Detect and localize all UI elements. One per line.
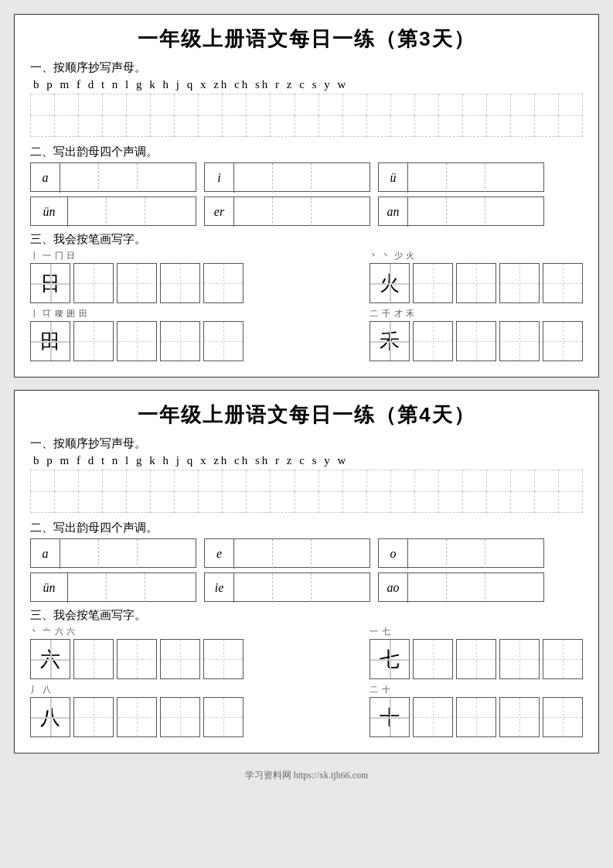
vowel-er-c4[interactable]	[312, 197, 350, 227]
vowel-an-c4[interactable]	[485, 197, 524, 227]
char-box-ri-4[interactable]	[203, 263, 243, 303]
pgc	[222, 491, 246, 513]
phonics-grid-row1	[30, 94, 583, 115]
char-box-shi-4[interactable]	[543, 697, 583, 737]
vowel-un-d4-c3[interactable]	[107, 573, 145, 603]
vowel-un-c4[interactable]	[145, 197, 184, 227]
vowel-er-c2[interactable]	[234, 197, 273, 227]
vowel-ao-d4-c4[interactable]	[485, 573, 524, 603]
vowel-a-d4-c2[interactable]	[60, 539, 99, 569]
stroke-hint-shi: 二 十	[370, 684, 391, 695]
char-col-he: 二 千 才 禾 禾	[370, 308, 583, 361]
vowel-ie-d4-c3[interactable]	[273, 573, 312, 603]
char-box-ba-1[interactable]	[73, 697, 114, 737]
char-box-huo-3[interactable]	[499, 263, 540, 303]
pgc	[174, 115, 198, 137]
pgc	[78, 470, 102, 491]
char-box-liu-3[interactable]	[160, 639, 200, 679]
char-box-qi-1[interactable]	[413, 639, 453, 679]
pgc	[318, 115, 342, 137]
vowel-u-c3[interactable]	[447, 163, 485, 193]
char-box-huo-2[interactable]	[456, 263, 496, 303]
vowel-i-c3[interactable]	[273, 163, 312, 193]
vowel-e-d4-c3[interactable]	[273, 539, 312, 569]
char-box-he-4[interactable]	[543, 321, 583, 361]
char-box-ba-3[interactable]	[160, 697, 200, 737]
vowel-e-d4-c2[interactable]	[234, 539, 273, 569]
vowel-i-c2[interactable]	[234, 163, 273, 193]
char-box-tian-2[interactable]	[117, 321, 157, 361]
vowel-un-c2[interactable]	[68, 197, 107, 227]
section3-label-day4: 三、我会按笔画写字。	[30, 608, 583, 623]
phonetic-letters-day4: b p m f d t n l g k h j q x zh ch sh r z…	[30, 454, 583, 467]
vowel-e-d4-c4[interactable]	[312, 539, 350, 569]
vowel-o-d4-c3[interactable]	[447, 539, 485, 569]
vowel-group-ao-d4: ao	[378, 572, 544, 602]
vowel-o-d4-c4[interactable]	[485, 539, 524, 569]
char-box-shi-1[interactable]	[413, 697, 453, 737]
char-col-shi: 二 十 十	[370, 684, 583, 737]
char-box-huo-4[interactable]	[543, 263, 583, 303]
char-box-ri-1[interactable]	[73, 263, 114, 303]
pgc	[222, 115, 246, 137]
vowel-o-d4-c2[interactable]	[408, 539, 447, 569]
pgc	[366, 470, 390, 491]
vowel-er-c3[interactable]	[273, 197, 312, 227]
char-box-he-3[interactable]	[499, 321, 540, 361]
char-box-shi-3[interactable]	[499, 697, 540, 737]
vowel-a-c2[interactable]	[60, 163, 99, 193]
vowel-a-d4-c3[interactable]	[99, 539, 138, 569]
char-boxes-huo: 火	[370, 263, 583, 303]
char-box-shi-2[interactable]	[456, 697, 496, 737]
pgc	[246, 491, 270, 513]
vowel-ao-d4-c3[interactable]	[447, 573, 485, 603]
vowel-a-c4[interactable]	[138, 163, 176, 193]
vowel-group-ie-d4: ie	[204, 572, 370, 602]
char-box-liu-2[interactable]	[117, 639, 157, 679]
pgc	[198, 491, 222, 513]
vowel-u-c2[interactable]	[408, 163, 447, 193]
char-box-he-1[interactable]	[413, 321, 453, 361]
vowel-group-i: i	[204, 162, 370, 192]
vowel-an-c3[interactable]	[447, 197, 485, 227]
vowel-un-d4-c4[interactable]	[145, 573, 184, 603]
pgc	[366, 115, 390, 137]
vowel-ie-d4-c4[interactable]	[312, 573, 350, 603]
char-box-huo-1[interactable]	[413, 263, 453, 303]
vowel-i-c4[interactable]	[312, 163, 350, 193]
vowel-un-c3[interactable]	[107, 197, 145, 227]
char-box-liu-4[interactable]	[203, 639, 243, 679]
char-box-ri-2[interactable]	[117, 263, 157, 303]
vowel-ie-d4-c2[interactable]	[234, 573, 273, 603]
char-box-huo-filled: 火	[370, 263, 410, 303]
char-box-qi-3[interactable]	[499, 639, 540, 679]
vowel-row1-day4: a e o	[30, 538, 583, 568]
footer: 学习资料网 https://xk.tjh66.com	[245, 769, 369, 782]
char-box-ba-4[interactable]	[203, 697, 243, 737]
pgc	[438, 491, 462, 513]
char-row2-day3: 丨 㔿 㗎 囲 田 田 二 千 才 禾 禾	[30, 308, 583, 361]
pgc	[486, 470, 510, 491]
vowel-un-d4-c2[interactable]	[68, 573, 107, 603]
char-boxes-shi: 十	[370, 697, 583, 737]
vowel-a-d4-c4[interactable]	[138, 539, 176, 569]
char-box-he-2[interactable]	[456, 321, 496, 361]
char-box-tian-3[interactable]	[160, 321, 200, 361]
char-box-tian-4[interactable]	[203, 321, 243, 361]
char-box-qi-2[interactable]	[456, 639, 496, 679]
pgc	[390, 491, 414, 513]
pgc	[438, 470, 462, 491]
title-day3: 一年级上册语文每日一练（第3天）	[30, 26, 583, 53]
vowel-ao-d4-c2[interactable]	[408, 573, 447, 603]
char-box-qi-4[interactable]	[543, 639, 583, 679]
vowel-an-c2[interactable]	[408, 197, 447, 227]
char-box-ba-2[interactable]	[117, 697, 157, 737]
char-box-tian-1[interactable]	[73, 321, 114, 361]
char-box-liu-1[interactable]	[73, 639, 114, 679]
vowel-a-c3[interactable]	[99, 163, 138, 193]
vowel-i: i	[205, 163, 234, 193]
pgc	[558, 470, 583, 491]
vowel-u-c4[interactable]	[485, 163, 524, 193]
pgc	[78, 115, 102, 137]
char-box-ri-3[interactable]	[160, 263, 200, 303]
